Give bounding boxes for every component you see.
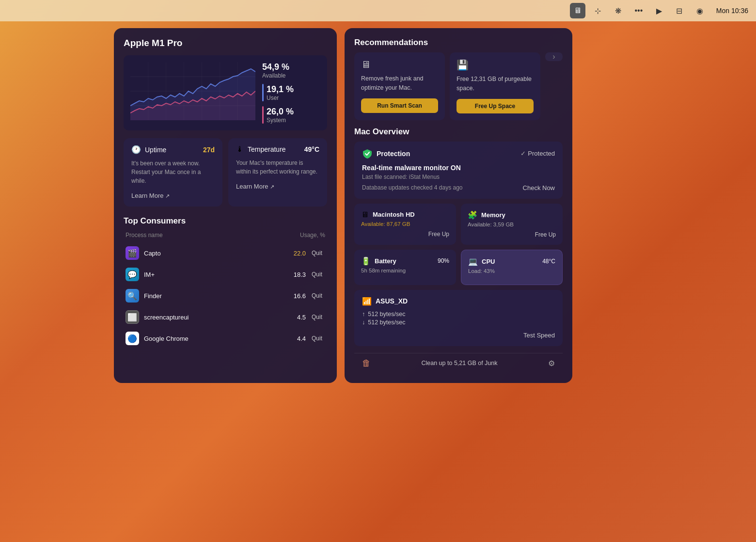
istatmenus-icon[interactable]: 🖥 bbox=[570, 3, 585, 18]
menubar: 🖥 ⊹ ❋ ••• ▶ ⊟ ◉ Mon 10:36 bbox=[0, 0, 756, 21]
test-speed-link[interactable]: Test Speed bbox=[523, 332, 555, 339]
user-stat: 19,1 % User bbox=[262, 84, 320, 101]
usage-header-label: Usage, % bbox=[300, 232, 325, 239]
rec-scan-text: Remove fresh junk and optimize your Mac. bbox=[361, 74, 438, 93]
left-panel-title: Apple M1 Pro bbox=[124, 38, 327, 48]
screens-icon[interactable]: ⊟ bbox=[672, 3, 687, 18]
memory-title: Memory bbox=[481, 211, 505, 219]
chrome-usage: 4.4 bbox=[282, 335, 306, 342]
more-icon[interactable]: ••• bbox=[631, 3, 646, 18]
battery-title: Battery bbox=[375, 257, 396, 265]
available-stat: 54,9 % Available bbox=[262, 62, 320, 79]
protection-card: Protection ✓ Protected Real-time malware… bbox=[354, 142, 563, 199]
junk-cleanup-text: Clean up to 5,21 GB of Junk bbox=[421, 360, 497, 367]
free-up-space-button[interactable]: Free Up Space bbox=[457, 99, 534, 113]
capto-quit[interactable]: Quit bbox=[312, 250, 325, 256]
recommendations-title: Recommendations bbox=[354, 38, 563, 48]
wifi-name: ASUS_XD bbox=[376, 297, 408, 305]
right-panel: Recommendations 🖥 Remove fresh junk and … bbox=[345, 28, 572, 383]
list-item: ⬜ screencaptureui 4.5 Quit bbox=[124, 306, 327, 328]
download-arrow-icon: ↓ bbox=[362, 319, 365, 326]
move-icon[interactable]: ⊹ bbox=[590, 3, 606, 18]
metrics-grid: 🖥 Macintosh HD Available: 87,67 GB Free … bbox=[354, 204, 563, 285]
im-plus-quit[interactable]: Quit bbox=[312, 271, 325, 278]
junk-icon: 🗑 bbox=[362, 358, 371, 368]
cpu-title: CPU bbox=[482, 258, 495, 265]
macintosh-hd-card: 🖥 Macintosh HD Available: 87,67 GB Free … bbox=[354, 204, 456, 245]
rec-card-scan: 🖥 Remove fresh junk and optimize your Ma… bbox=[354, 52, 445, 120]
cpu-load: Load: 43% bbox=[468, 268, 555, 274]
thermometer-icon: 🌡 bbox=[236, 145, 244, 154]
hd-free-up-link[interactable]: Free Up bbox=[361, 231, 449, 238]
uptime-learn-more[interactable]: Learn More bbox=[131, 192, 170, 199]
screencaptureui-usage: 4.5 bbox=[282, 314, 306, 321]
info-cards-row: 🕐 Uptime 27d It's been over a week now. … bbox=[124, 138, 327, 207]
menubar-time: Mon 10:36 bbox=[716, 7, 748, 15]
wifi-card: 📶 ASUS_XD ↑ 512 bytes/sec ↓ 512 bytes/se… bbox=[354, 290, 563, 346]
wifi-download-row: ↓ 512 bytes/sec bbox=[362, 319, 555, 326]
cpu-icon: 💻 bbox=[468, 257, 478, 266]
play-icon[interactable]: ▶ bbox=[651, 3, 667, 18]
system-stat: 26,0 % System bbox=[262, 106, 320, 124]
check-icon: ✓ bbox=[520, 150, 526, 157]
recommendations-row: 🖥 Remove fresh junk and optimize your Ma… bbox=[354, 52, 563, 120]
rec-card-space: 💾 Free 12,31 GB of purgeable space. Free… bbox=[450, 52, 540, 120]
list-item: 💬 IM+ 18.3 Quit bbox=[124, 264, 327, 285]
clock-icon: 🕐 bbox=[131, 145, 141, 154]
memory-available-text: Available: 3,59 GB bbox=[468, 222, 556, 227]
finder-icon: 🔍 bbox=[126, 289, 139, 303]
consumers-header: Process name Usage, % bbox=[124, 232, 327, 239]
chrome-name: Google Chrome bbox=[144, 335, 282, 342]
list-item: 🔍 Finder 16.6 Quit bbox=[124, 285, 327, 306]
rec-space-text: Free 12,31 GB of purgeable space. bbox=[457, 75, 534, 93]
battery-pct: 90% bbox=[438, 257, 449, 264]
wifi-download-speed: 512 bytes/sec bbox=[368, 319, 405, 326]
menubar-icons: 🖥 ⊹ ❋ ••• ▶ ⊟ ◉ bbox=[570, 3, 708, 18]
run-smart-scan-button[interactable]: Run Smart Scan bbox=[361, 98, 438, 113]
chrome-icon: 🔵 bbox=[126, 332, 139, 345]
hd-icon: 🖥 bbox=[361, 210, 369, 219]
im-plus-icon: 💬 bbox=[126, 268, 139, 281]
cpu-card: 💻 CPU 48°C Load: 43% bbox=[461, 250, 563, 285]
memory-icon: 🧩 bbox=[468, 210, 477, 220]
battery-icon: 🔋 bbox=[361, 256, 371, 266]
memory-free-up-link[interactable]: Free Up bbox=[468, 231, 556, 238]
capto-usage: 22.0 bbox=[282, 250, 306, 257]
recommendations-section: Recommendations 🖥 Remove fresh junk and … bbox=[354, 38, 563, 120]
hd-available-text: Available: 87,67 GB bbox=[361, 221, 449, 227]
color-icon[interactable]: ◉ bbox=[692, 3, 708, 18]
upload-arrow-icon: ↑ bbox=[362, 311, 365, 318]
rec-space-icon: 💾 bbox=[457, 59, 534, 71]
screencaptureui-quit[interactable]: Quit bbox=[312, 314, 325, 320]
battery-card: 🔋 Battery 90% 5h 58m remaining bbox=[354, 250, 456, 285]
chrome-quit[interactable]: Quit bbox=[312, 335, 325, 342]
dropzone-icon[interactable]: ❋ bbox=[611, 3, 626, 18]
macintosh-hd-title: Macintosh HD bbox=[373, 211, 415, 218]
capto-icon: 🎬 bbox=[126, 246, 139, 260]
finder-name: Finder bbox=[144, 292, 282, 300]
wifi-upload-row: ↑ 512 bytes/sec bbox=[362, 311, 555, 318]
wifi-speeds: ↑ 512 bytes/sec ↓ 512 bytes/sec bbox=[362, 311, 555, 326]
temperature-learn-more[interactable]: Learn More bbox=[236, 183, 274, 190]
screencaptureui-icon: ⬜ bbox=[126, 310, 139, 324]
malware-monitor-title: Real-time malware monitor ON bbox=[362, 164, 555, 172]
memory-card: 🧩 Memory Available: 3,59 GB Free Up bbox=[461, 204, 563, 245]
list-item: 🔵 Google Chrome 4.4 Quit bbox=[124, 328, 327, 349]
im-plus-usage: 18.3 bbox=[282, 271, 306, 278]
gear-icon[interactable]: ⚙ bbox=[548, 359, 555, 368]
mac-overview-section: Mac Overview Protection ✓ Protected bbox=[354, 127, 563, 346]
temperature-card: 🌡 Temperature 49°C Your Mac's temperatur… bbox=[228, 138, 327, 207]
finder-quit[interactable]: Quit bbox=[312, 292, 325, 299]
bottom-bar: 🗑 Clean up to 5,21 GB of Junk ⚙ bbox=[354, 353, 563, 373]
mac-overview-title: Mac Overview bbox=[354, 127, 563, 137]
finder-usage: 16.6 bbox=[282, 292, 306, 300]
im-plus-name: IM+ bbox=[144, 271, 282, 278]
protection-title: Protection bbox=[377, 150, 410, 158]
left-panel: Apple M1 Pro bbox=[114, 28, 337, 383]
wifi-upload-speed: 512 bytes/sec bbox=[368, 311, 405, 318]
shield-icon bbox=[362, 148, 373, 159]
check-now-link[interactable]: Check Now bbox=[523, 184, 555, 191]
top-consumers-section: Top Consumers Process name Usage, % 🎬 Ca… bbox=[124, 216, 327, 349]
db-update-text: Database updates checked 4 days ago bbox=[362, 184, 462, 191]
chart-stats: 54,9 % Available 19,1 % User 26,0 % Syst… bbox=[262, 62, 320, 124]
